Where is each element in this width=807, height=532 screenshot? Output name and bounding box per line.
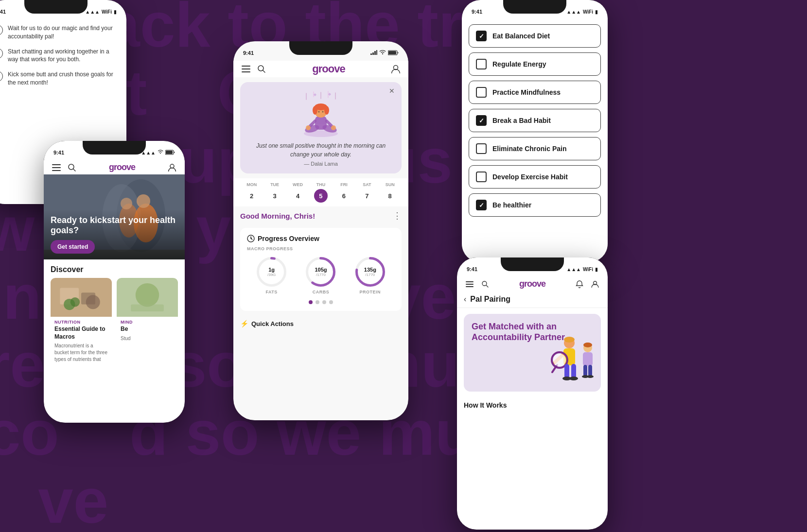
hamburger-icon-left[interactable] <box>52 163 61 172</box>
nav-bar-left: groove <box>44 160 185 174</box>
status-icons-left: ▲▲▲ <box>141 150 175 156</box>
step-num-4: 4 <box>0 48 3 59</box>
cal-label-thu: THU <box>316 182 326 187</box>
battery-icon-rt: ▮ <box>595 9 598 15</box>
goal-item-pain: Eliminate Chronic Pain <box>469 137 601 160</box>
more-options-button[interactable]: ⋮ <box>393 210 402 221</box>
bell-icon-rb[interactable] <box>575 279 584 289</box>
nav-rb-icons-right <box>575 279 600 289</box>
goal-checkbox-habit[interactable] <box>476 115 487 126</box>
hamburger-icon-center[interactable] <box>241 64 251 74</box>
logo-rb: groove <box>519 279 545 289</box>
svg-rect-2 <box>52 164 61 165</box>
quote-author: — Dalai Lama <box>247 161 395 167</box>
svg-point-52 <box>318 111 320 113</box>
hero-section-left: Ready to kickstart your health goals? Ge… <box>44 174 185 259</box>
step-num-3: 3 <box>0 25 3 35</box>
meditation-quote: Just one small positive thought in the m… <box>247 141 395 159</box>
get-started-button[interactable]: Get started <box>51 240 95 254</box>
notch-right-bottom <box>501 257 564 271</box>
calendar-strip: MON 2 TUE 3 WED 4 THU 5 FRI 6 SAT 7 <box>233 178 408 206</box>
dot-1[interactable] <box>309 300 313 304</box>
cal-num-fri[interactable]: 6 <box>337 189 351 203</box>
protein-ring: 135g /1770 <box>354 256 386 288</box>
svg-point-57 <box>331 125 336 130</box>
status-time-left: 9:41 <box>53 150 64 155</box>
logo-center: groove <box>312 63 345 75</box>
status-icons-right-top: ▲▲▲ WiFi ▮ <box>566 9 598 15</box>
cal-num-tue[interactable]: 3 <box>268 189 281 203</box>
protein-total: /1770 <box>364 273 376 277</box>
battery-icon-center <box>388 50 399 56</box>
hamburger-icon-rb[interactable] <box>465 279 474 289</box>
profile-icon-center[interactable] <box>391 64 401 74</box>
svg-rect-32 <box>242 69 250 69</box>
discover-title: Discover <box>44 259 185 278</box>
goal-label-pain: Eliminate Chronic Pain <box>492 145 566 153</box>
nav-bar-right-bottom: groove <box>457 277 608 291</box>
goal-item-energy: Regulate Energy <box>469 52 601 76</box>
cal-num-sun[interactable]: 8 <box>383 189 397 203</box>
step-text-5: Kick some butt and crush those goals for… <box>8 70 120 87</box>
search-icon-left[interactable] <box>67 163 77 172</box>
goal-checkbox-diet[interactable] <box>476 31 487 41</box>
goal-checkbox-pain[interactable] <box>476 143 487 154</box>
carbs-value: 105g <box>315 267 327 273</box>
svg-line-6 <box>73 169 75 171</box>
card2-tag: MIND <box>117 317 178 326</box>
dot-2[interactable] <box>316 300 319 304</box>
cal-day-sun: SUN 8 <box>383 182 397 203</box>
search-icon-rb[interactable] <box>480 279 490 289</box>
svg-point-83 <box>583 343 592 347</box>
search-icon-center[interactable] <box>257 64 266 74</box>
card2-title: Be <box>117 326 178 333</box>
clock-icon <box>247 235 255 242</box>
svg-rect-85 <box>583 365 587 377</box>
bg-watermark-8: ve <box>0 466 108 532</box>
dot-4[interactable] <box>329 300 333 304</box>
fats-total: /39G <box>267 273 276 277</box>
notch-far-left <box>24 0 88 14</box>
svg-point-21 <box>70 297 80 307</box>
goal-label-healthier: Be healthier <box>492 201 531 209</box>
meditation-figure <box>247 91 395 139</box>
svg-rect-47 <box>315 116 327 130</box>
wifi-icon-rb: WiFi <box>583 267 593 272</box>
profile-icon-left[interactable] <box>167 163 177 172</box>
progress-title: Progress Overview <box>258 235 319 242</box>
notch-center <box>289 41 352 55</box>
goal-checkbox-energy[interactable] <box>476 59 487 69</box>
goal-checkbox-mindfulness[interactable] <box>476 87 487 98</box>
cal-label-mon: MON <box>246 182 257 187</box>
step-item-5: 5 Kick some butt and crush those goals f… <box>0 70 120 87</box>
cal-num-mon[interactable]: 2 <box>245 189 259 203</box>
cal-day-wed: WED 4 <box>291 182 305 203</box>
nav-center-icons-left <box>241 64 266 74</box>
svg-point-56 <box>306 125 311 130</box>
status-time-far-left: 9:41 <box>0 9 6 15</box>
svg-point-68 <box>482 281 487 286</box>
close-button[interactable]: ✕ <box>387 86 397 96</box>
card-macros: NUTRITION Essential Guide to Macros Macr… <box>51 278 112 367</box>
wifi-icon-left <box>158 150 163 155</box>
phone-right-top: 9:41 ▲▲▲ WiFi ▮ Eat Balanced Diet Regula… <box>462 0 608 262</box>
profile-icon-rb[interactable] <box>590 279 600 289</box>
dot-3[interactable] <box>322 300 326 304</box>
goal-checkbox-exercise[interactable] <box>476 172 487 182</box>
cal-day-fri: FRI 6 <box>337 182 351 203</box>
nav-rb-icons-left <box>465 279 490 289</box>
nav-bar-center: groove <box>233 61 408 77</box>
goal-checkbox-healthier[interactable] <box>476 200 487 210</box>
cal-num-thu[interactable]: 5 <box>314 189 328 203</box>
goal-item-healthier: Be healthier <box>469 193 601 217</box>
phone-right-bottom: 9:41 ▲▲▲ WiFi ▮ groove <box>457 257 608 530</box>
logo-left: groove <box>109 162 135 172</box>
carbs-inner: 105g /1770 <box>315 267 327 277</box>
cal-num-sat[interactable]: 7 <box>360 189 374 203</box>
cal-num-wed[interactable]: 4 <box>291 189 305 203</box>
svg-rect-79 <box>571 364 576 378</box>
svg-point-72 <box>564 337 575 343</box>
pal-hero-card: Get Matched with an Accountability Partn… <box>464 314 601 392</box>
notch-right-top <box>503 0 566 14</box>
back-button[interactable]: ‹ <box>464 295 466 304</box>
